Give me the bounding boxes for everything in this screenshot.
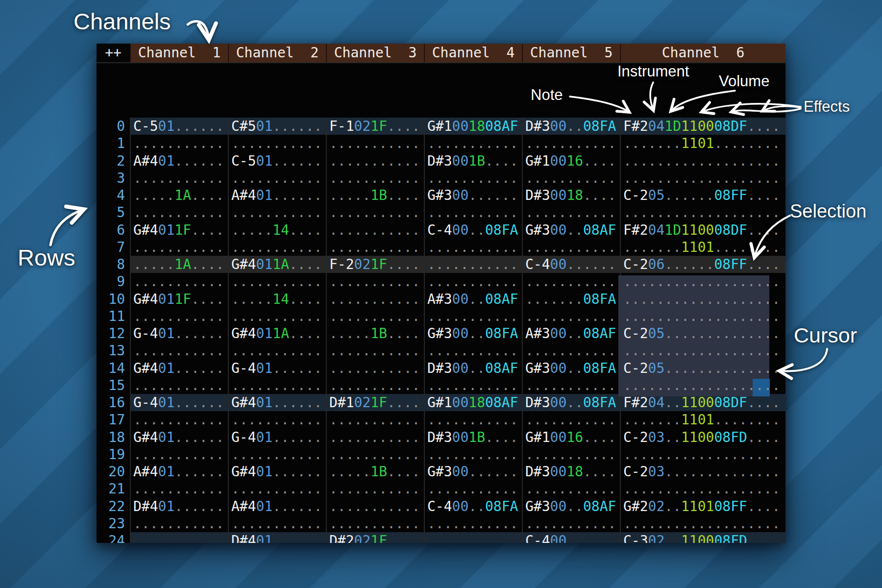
pattern-cell-ch1[interactable]: ...........: [130, 377, 228, 394]
pattern-cell-ch1[interactable]: G#401......: [130, 360, 228, 377]
row-number[interactable]: 2: [97, 152, 130, 170]
pattern-cell-ch2[interactable]: ...........: [228, 308, 326, 325]
pattern-cell-ch4[interactable]: C-400..08FA: [424, 498, 522, 515]
pattern-cell-ch5[interactable]: ...........: [522, 239, 620, 256]
row-number[interactable]: 1: [97, 135, 130, 152]
pattern-cell-ch2[interactable]: ...........: [228, 135, 326, 152]
pattern-cell-ch4[interactable]: ...........: [424, 515, 522, 532]
pattern-cell-ch1[interactable]: ...........: [130, 480, 228, 497]
pattern-cell-ch5[interactable]: ...........: [522, 377, 620, 394]
row-number[interactable]: 24: [97, 532, 130, 543]
pattern-cell-ch3[interactable]: ...........: [326, 515, 424, 532]
add-channel-button[interactable]: ++: [97, 44, 130, 62]
pattern-cell-ch3[interactable]: .....1B....: [326, 325, 424, 342]
pattern-cell-ch5[interactable]: A#300..08AF: [522, 325, 620, 342]
pattern-cell-ch6[interactable]: C-203..............: [620, 463, 785, 480]
pattern-cell-ch6[interactable]: ...................: [620, 377, 785, 394]
channel-header-5[interactable]: Channel 5: [522, 44, 620, 62]
pattern-cell-ch1[interactable]: A#401......: [130, 152, 228, 170]
pattern-cell-ch3[interactable]: ...........: [326, 135, 424, 152]
row-number[interactable]: 9: [97, 273, 130, 290]
pattern-cell-ch6[interactable]: ...................: [620, 204, 785, 221]
pattern-cell-ch2[interactable]: C-501......: [228, 152, 326, 170]
pattern-cell-ch2[interactable]: ...........: [228, 239, 326, 256]
pattern-cell-ch5[interactable]: D#300..08FA: [522, 394, 620, 411]
pattern-row-18[interactable]: 18G#401......G-401.................D#300…: [97, 429, 785, 446]
pattern-cell-ch5[interactable]: ...........: [522, 411, 620, 428]
pattern-cell-ch4[interactable]: ...........: [424, 342, 522, 359]
pattern-cell-ch5[interactable]: G#300..08FA: [522, 360, 620, 377]
pattern-cell-ch6[interactable]: ...................: [620, 152, 785, 170]
pattern-row-3[interactable]: 3.......................................…: [97, 170, 785, 187]
pattern-row-20[interactable]: 20A#401......G#401...........1B....G#300…: [97, 463, 785, 480]
pattern-cell-ch6[interactable]: .......1101........: [620, 239, 785, 256]
pattern-cell-ch4[interactable]: C-400..08FA: [424, 221, 522, 239]
pattern-cell-ch4[interactable]: ...........: [424, 239, 522, 256]
pattern-cell-ch2[interactable]: ...........: [228, 273, 326, 290]
pattern-cell-ch6[interactable]: C-302..110008FD....: [620, 532, 785, 543]
pattern-cell-ch2[interactable]: ...........: [228, 170, 326, 187]
pattern-cell-ch5[interactable]: ...........: [522, 515, 620, 532]
pattern-cell-ch5[interactable]: G#300..08AF: [522, 221, 620, 239]
pattern-cell-ch5[interactable]: D#300..08FA: [522, 118, 620, 135]
pattern-cell-ch6[interactable]: C-205..............: [620, 360, 785, 377]
pattern-cell-ch3[interactable]: ...........: [326, 152, 424, 170]
pattern-cell-ch3[interactable]: ...........: [326, 342, 424, 359]
pattern-row-22[interactable]: 22D#401......A#401.................C-400…: [97, 498, 785, 515]
pattern-row-0[interactable]: 0C-501......C#501......F-1021F....G#1001…: [97, 118, 785, 135]
pattern-cell-ch2[interactable]: C#501......: [228, 118, 326, 135]
pattern-row-6[interactable]: 6G#4011F.........14...............C-400.…: [97, 221, 785, 239]
pattern-row-4[interactable]: 4.....1A....A#401...........1B....G#300.…: [97, 187, 785, 204]
pattern-cell-ch3[interactable]: ...........: [326, 170, 424, 187]
pattern-cell-ch4[interactable]: D#3001B....: [424, 152, 522, 170]
pattern-cell-ch6[interactable]: ...................: [620, 342, 785, 359]
pattern-cell-ch3[interactable]: ...........: [326, 221, 424, 239]
pattern-cell-ch2[interactable]: A#401......: [228, 498, 326, 515]
pattern-cell-ch6[interactable]: G#202..110108FF....: [620, 498, 785, 515]
pattern-cell-ch4[interactable]: ...........: [424, 446, 522, 463]
pattern-cell-ch4[interactable]: ...........: [424, 532, 522, 543]
pattern-cell-ch2[interactable]: ...........: [228, 480, 326, 497]
row-number[interactable]: 10: [97, 291, 130, 308]
row-number[interactable]: 4: [97, 187, 130, 204]
pattern-cell-ch2[interactable]: ...........: [228, 515, 326, 532]
pattern-cell-ch5[interactable]: .......08FA: [522, 291, 620, 308]
pattern-cell-ch3[interactable]: ...........: [326, 360, 424, 377]
pattern-cell-ch6[interactable]: ...................: [620, 515, 785, 532]
pattern-cell-ch4[interactable]: ...........: [424, 308, 522, 325]
pattern-cell-ch2[interactable]: .....14....: [228, 291, 326, 308]
row-number[interactable]: 3: [97, 170, 130, 187]
pattern-row-16[interactable]: 16G-401......G#401......D#1021F....G#100…: [97, 394, 785, 411]
pattern-cell-ch1[interactable]: D#401......: [130, 498, 228, 515]
pattern-cell-ch2[interactable]: D#401......: [228, 532, 326, 543]
pattern-cell-ch2[interactable]: G#4011A....: [228, 256, 326, 273]
pattern-row-8[interactable]: 8.....1A....G#4011A....F-2021F..........…: [97, 256, 785, 273]
pattern-cell-ch5[interactable]: D#30018....: [522, 187, 620, 204]
pattern-row-21[interactable]: 21......................................…: [97, 480, 785, 497]
pattern-cell-ch5[interactable]: ...........: [522, 204, 620, 221]
pattern-cell-ch1[interactable]: G-401......: [130, 394, 228, 411]
pattern-cell-ch1[interactable]: G#4011F....: [130, 291, 228, 308]
pattern-editor[interactable]: 0C-501......C#501......F-1021F....G#1001…: [97, 63, 785, 543]
pattern-cell-ch6[interactable]: ...................: [620, 273, 785, 290]
pattern-cell-ch5[interactable]: G#10016....: [522, 429, 620, 446]
row-number[interactable]: 17: [97, 411, 130, 428]
pattern-cell-ch6[interactable]: C-206......08FF....: [620, 256, 785, 273]
pattern-cell-ch4[interactable]: G#1001808AF: [424, 118, 522, 135]
pattern-cell-ch1[interactable]: ...........: [130, 308, 228, 325]
pattern-row-2[interactable]: 2A#401......C-501.................D#3001…: [97, 152, 785, 170]
pattern-cell-ch2[interactable]: G#4011A....: [228, 325, 326, 342]
pattern-cell-ch6[interactable]: F#2041D110008DF....: [620, 221, 785, 239]
pattern-cell-ch6[interactable]: C-205......08FF....: [620, 187, 785, 204]
pattern-cell-ch4[interactable]: ...........: [424, 256, 522, 273]
row-number[interactable]: 16: [97, 394, 130, 411]
pattern-row-12[interactable]: 12G-401......G#4011A.........1B....G#300…: [97, 325, 785, 342]
row-number[interactable]: 19: [97, 446, 130, 463]
pattern-cell-ch4[interactable]: G#300......: [424, 463, 522, 480]
row-number[interactable]: 18: [97, 429, 130, 446]
row-number[interactable]: 11: [97, 308, 130, 325]
pattern-cell-ch5[interactable]: ...........: [522, 273, 620, 290]
pattern-cell-ch3[interactable]: ...........: [326, 377, 424, 394]
pattern-cell-ch6[interactable]: .......1101........: [620, 411, 785, 428]
row-number[interactable]: 12: [97, 325, 130, 342]
